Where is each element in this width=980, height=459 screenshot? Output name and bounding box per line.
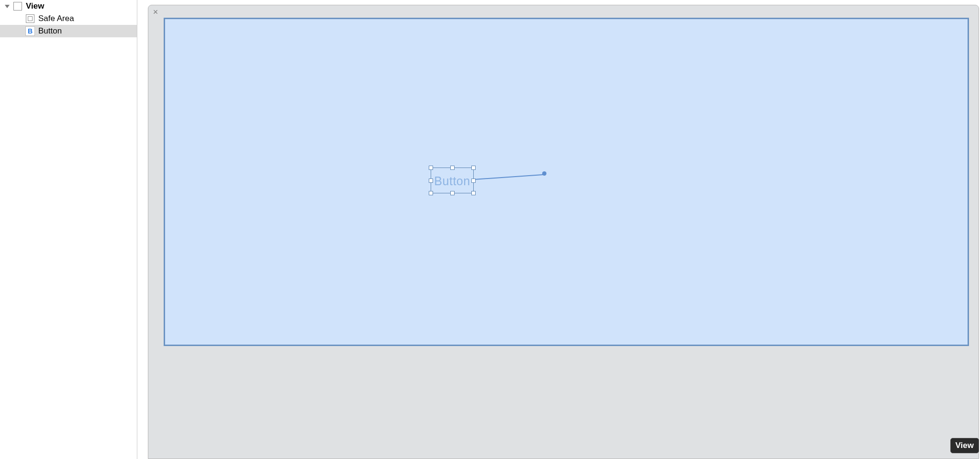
constraint-connection-endpoint[interactable] xyxy=(542,171,546,176)
resize-handle-s[interactable] xyxy=(450,191,455,195)
resize-handle-nw[interactable] xyxy=(429,166,433,170)
resize-handle-ne[interactable] xyxy=(471,166,476,170)
resize-handle-e[interactable] xyxy=(471,179,476,183)
close-icon[interactable]: × xyxy=(151,8,160,17)
outline-item-label: Button xyxy=(38,26,62,36)
outline-item-label: Safe Area xyxy=(38,14,74,23)
outline-item-label: View xyxy=(26,1,44,11)
hover-target-tooltip: View xyxy=(950,438,979,453)
svg-marker-0 xyxy=(5,5,10,8)
disclosure-triangle-icon[interactable] xyxy=(4,3,11,10)
outline-item-safe-area[interactable]: Safe Area xyxy=(0,12,137,25)
button-icon: B xyxy=(25,26,35,36)
view-icon xyxy=(12,1,23,11)
canvas-element-button[interactable]: Button xyxy=(431,168,474,193)
editor-window[interactable]: × Button xyxy=(148,5,979,459)
document-outline: View Safe Area B Button xyxy=(0,0,137,459)
outline-item-button[interactable]: B Button xyxy=(0,25,137,37)
resize-handle-se[interactable] xyxy=(471,191,476,195)
canvas-element-button-label: Button xyxy=(431,174,474,188)
resize-handle-sw[interactable] xyxy=(429,191,433,195)
resize-handle-n[interactable] xyxy=(450,166,455,170)
device-root-view[interactable]: Button xyxy=(164,18,969,346)
safe-area-icon xyxy=(25,13,35,24)
resize-handle-w[interactable] xyxy=(429,179,433,183)
outline-item-view[interactable]: View xyxy=(0,0,137,12)
constraint-connection-line xyxy=(474,174,545,180)
canvas-area: × Button xyxy=(137,0,980,459)
